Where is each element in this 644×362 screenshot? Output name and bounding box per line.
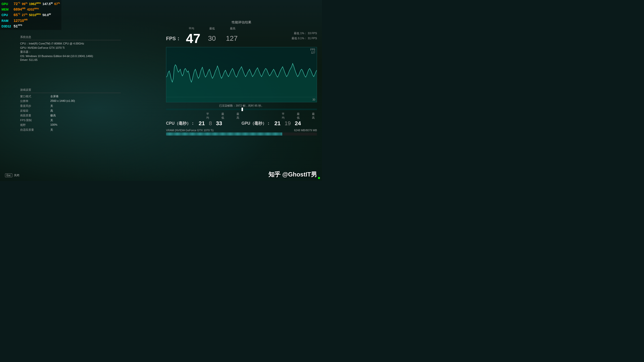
- cpu-avg-label: 平均: [206, 112, 211, 120]
- settings-row: FPS 限制 关: [20, 118, 121, 122]
- settings-val: 全屏幕: [50, 95, 59, 98]
- gpu-power: 147.5W: [43, 2, 53, 7]
- cpu-temp: 65°C: [14, 12, 20, 17]
- chart-fps-label: FPS: [310, 48, 315, 51]
- perf-title: 性能评估结果: [161, 20, 322, 25]
- settings-key: 画面质量: [20, 114, 50, 117]
- percentile1-val: 33 FPS: [308, 32, 317, 35]
- settings-key: FPS 限制: [20, 118, 50, 122]
- vram-bar-container: [166, 132, 317, 135]
- chart-min-label: 30: [312, 98, 315, 101]
- settings-key: 自适应质量: [20, 128, 50, 132]
- ram-value: 12710MB: [14, 18, 28, 23]
- max-label: 最高: [230, 27, 235, 30]
- timeline-indicator: [242, 108, 243, 111]
- settings-row: 反锯齿 高: [20, 109, 121, 113]
- fps-stats-labels: 平均 最低 最高: [161, 27, 322, 30]
- percentile1-row: 最低 1%： 33 FPS: [292, 31, 317, 36]
- settings-val: 644 x 362 (x1.00): [50, 99, 75, 103]
- timeline-bar[interactable]: [166, 109, 317, 110]
- settings-key: 垂直同步: [20, 104, 50, 108]
- mem-row: MEM 6894MB 4202MHz: [2, 7, 60, 12]
- settings-val: 100%: [50, 123, 57, 127]
- cpu-clock: 5010MHz: [29, 13, 41, 18]
- gpu-label: GPU: [2, 2, 12, 6]
- mem-value: 6894MB: [14, 7, 25, 12]
- settings-key: 反锯齿: [20, 109, 50, 113]
- gpu-temp: 72°C: [14, 1, 20, 6]
- percentile1-label: 最低 1%：: [294, 32, 307, 35]
- fps-chart-container: FPS 127 30: [166, 47, 317, 102]
- gpu-avg-label: 平均: [282, 112, 287, 120]
- settings-val: 关: [50, 128, 53, 132]
- gpu-row: GPU 72°C 99% 1962MHz 147.5W 67%: [2, 1, 60, 6]
- settings-key: 窗口模式: [20, 95, 50, 98]
- settings-row: 分辨率 644 x 362 (x1.00): [20, 99, 121, 103]
- gpu-ms-label: GPU（毫秒）：: [242, 121, 270, 126]
- cpu-min-label: 最低: [221, 112, 226, 120]
- fps-sub-values: 30 127: [208, 34, 238, 42]
- settings-key: 分辨率: [20, 99, 50, 103]
- settings-key: 视野: [20, 123, 50, 127]
- game-settings-title: 游戏设置: [20, 88, 121, 93]
- cpu-max-label: 最高: [236, 112, 242, 120]
- esc-key: Esc: [5, 173, 12, 177]
- ram-label: RAM: [2, 19, 12, 23]
- chart-max-label: 127: [311, 51, 315, 54]
- fps-chart-svg: [166, 47, 317, 102]
- d3d-row: D3D12 51FPS: [2, 23, 60, 29]
- settings-val: 关: [50, 104, 53, 108]
- sysinfo-gpu: GPU: NVIDIA GeForce GTX 1070 Ti: [20, 46, 121, 49]
- cpu-power: 50.0W: [43, 13, 51, 18]
- settings-row: 视野 100%: [20, 123, 121, 127]
- gpu-clock: 1962MHz: [29, 2, 41, 7]
- gpu-ms-min: 19: [285, 120, 291, 127]
- cpu-row: CPU 65°C 27% 5010MHz 50.0W: [2, 12, 60, 17]
- esc-close-button[interactable]: Esc 关闭: [5, 173, 19, 177]
- sysinfo-cpu: CPU：Intel(R) Core(TM) i7-8086K CPU @ 4.0…: [20, 42, 121, 46]
- cpu-label: CPU: [2, 13, 12, 17]
- gpu-ms-avg: 21: [274, 120, 280, 127]
- fps-min-value: 30: [208, 34, 216, 42]
- cpu-timing-row: CPU（毫秒）： 21 8 33: [166, 120, 242, 127]
- fps-label: FPS：: [166, 35, 181, 42]
- watermark: 知乎 @GhostIT男: [268, 170, 317, 178]
- percentile01-val: 31 FPS: [308, 37, 317, 40]
- cpu-ms-avg: 21: [199, 120, 205, 127]
- gpu-extra: 67%: [54, 2, 60, 7]
- sysinfo-driver: Driver: 511.65: [20, 58, 121, 61]
- vram-panel: VRAM (NVIDIA GeForce GTX 1070 Ti) 6248 M…: [166, 129, 317, 135]
- game-settings-panel: 游戏设置 窗口模式 全屏幕分辨率 644 x 362 (x1.00)垂直同步…: [20, 88, 121, 133]
- hw-monitor-overlay: GPU 72°C 99% 1962MHz 147.5W 67% MEM 6894…: [0, 0, 61, 30]
- fps-percentiles: 最低 1%： 33 FPS 最低 0.1%： 31 FPS: [292, 31, 317, 41]
- cpu-ms-label: CPU（毫秒）：: [166, 121, 195, 126]
- system-info-panel: 系统信息 CPU：Intel(R) Core(TM) i7-8086K CPU …: [20, 35, 121, 62]
- min-label: 最低: [209, 27, 215, 30]
- cpu-timing-section: 平均 最低 最高 CPU（毫秒）： 21 8 33: [166, 112, 242, 127]
- settings-row: 自适应质量 关: [20, 128, 121, 132]
- close-label: 关闭: [14, 173, 19, 177]
- d3d-label: D3D12: [2, 24, 12, 29]
- sysinfo-title: 系统信息: [20, 35, 121, 40]
- vram-label: VRAM (NVIDIA GeForce GTX 1070 Ti): [166, 129, 214, 132]
- ram-row: RAM 12710MB: [2, 18, 60, 23]
- mem-clock: 4202MHz: [27, 7, 39, 12]
- cpu-ms-max: 33: [216, 120, 222, 127]
- gpu-max-label: 最高: [312, 112, 317, 120]
- mem-label: MEM: [2, 8, 12, 12]
- gpu-ms-max: 24: [295, 120, 301, 127]
- timing-panel: 平均 最低 最高 CPU（毫秒）： 21 8 33 平均 最低 最高 GPU（毫…: [161, 112, 322, 127]
- gpu-timing-section: 平均 最低 最高 GPU（毫秒）： 21 19 24: [242, 112, 317, 127]
- settings-row: 画面质量 极高: [20, 114, 121, 117]
- settings-val: 高: [50, 109, 53, 113]
- gpu-load: 99%: [22, 2, 27, 7]
- cpu-ms-min: 8: [209, 120, 212, 127]
- sysinfo-display: 显示器：: [20, 50, 121, 54]
- perf-panel: 性能评估结果 平均 最低 最高 FPS： 47 30 127 最低 1%： 33…: [161, 20, 322, 135]
- d3d-fps: 51FPS: [14, 23, 22, 29]
- percentile01-label: 最低 0.1%：: [292, 37, 307, 40]
- sysinfo-os: OS: Windows 10 Business Edition 64-bit (…: [20, 55, 121, 58]
- cpu-load: 27%: [22, 13, 27, 18]
- settings-val: 极高: [50, 114, 56, 117]
- render-info: 已渲染帧数：3972 帧，耗时 85 秒。: [161, 104, 322, 108]
